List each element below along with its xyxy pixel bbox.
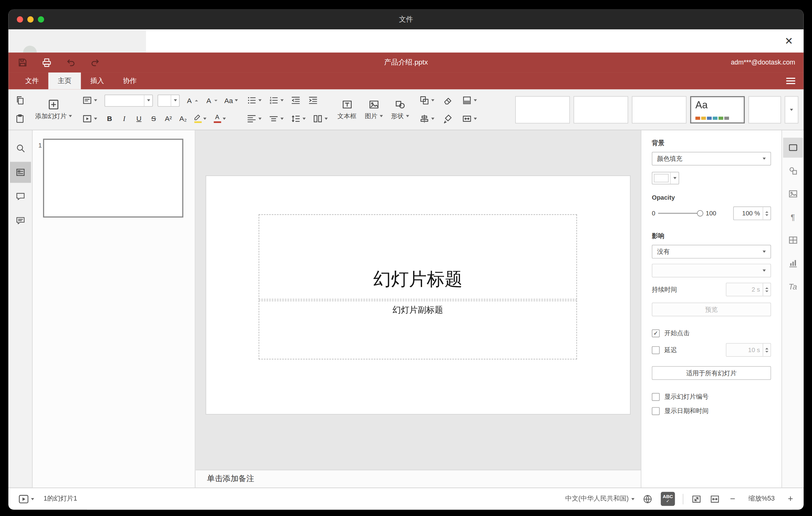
opacity-slider[interactable]: [658, 209, 703, 217]
font-name-select[interactable]: [105, 94, 153, 107]
slider-knob[interactable]: [697, 210, 703, 216]
slide-thumbnail[interactable]: [43, 139, 183, 217]
add-slide-button[interactable]: 添加幻灯片: [33, 91, 75, 127]
slide[interactable]: 幻灯片标题 幻灯片副标题: [206, 176, 630, 414]
view-settings-menu-icon[interactable]: [786, 78, 795, 84]
apply-to-all-slides-button[interactable]: 适用于所有幻灯片: [652, 366, 771, 380]
superscript-button[interactable]: A²: [163, 114, 173, 123]
minimize-window-button[interactable]: [27, 16, 34, 23]
start-on-click-row: ✓ 开始点击: [652, 329, 771, 338]
redo-button[interactable]: [89, 57, 100, 68]
text-art-settings-button[interactable]: Ta: [783, 276, 803, 296]
slide-size-button[interactable]: [460, 112, 477, 125]
table-settings-button[interactable]: [783, 230, 803, 250]
slide-title-placeholder[interactable]: 幻灯片标题: [259, 214, 577, 300]
undo-button[interactable]: [65, 57, 77, 68]
slide-settings-button[interactable]: [783, 138, 803, 158]
clear-style-button[interactable]: [441, 94, 454, 107]
spinner-up-icon[interactable]: [765, 211, 768, 212]
theme-thumbnail-selected[interactable]: Aa: [690, 96, 745, 123]
copy-button[interactable]: [13, 94, 26, 107]
align-shapes-button[interactable]: [418, 112, 435, 125]
start-slideshow-status-button[interactable]: [17, 492, 35, 506]
line-spacing-button[interactable]: [289, 112, 306, 125]
change-layout-button[interactable]: [81, 94, 98, 107]
spinner-down-icon[interactable]: [765, 214, 768, 216]
effect-option-select[interactable]: [652, 264, 771, 278]
underline-button[interactable]: U: [134, 114, 144, 123]
avatar: [23, 46, 37, 53]
chart-settings-button[interactable]: [783, 253, 803, 274]
numbered-list-button[interactable]: [267, 94, 285, 107]
paste-button[interactable]: [13, 112, 26, 125]
close-window-button[interactable]: [17, 16, 23, 23]
slides-panel-button[interactable]: [9, 162, 31, 183]
zoom-out-button[interactable]: −: [728, 494, 738, 503]
insert-columns-button[interactable]: [311, 112, 328, 125]
theme-thumbnail[interactable]: [515, 96, 570, 123]
copy-style-button[interactable]: [441, 112, 454, 125]
bold-button[interactable]: B: [105, 114, 114, 123]
italic-button[interactable]: I: [119, 114, 129, 123]
delay-label: 延迟: [665, 345, 677, 354]
theme-gallery-expand-button[interactable]: [785, 96, 798, 123]
arrange-shapes-button[interactable]: [418, 94, 435, 107]
comments-button[interactable]: [9, 186, 31, 207]
delay-checkbox[interactable]: [652, 346, 660, 354]
duration-spinner[interactable]: 2 s: [726, 283, 771, 296]
tab-collaboration[interactable]: 协作: [114, 73, 146, 89]
theme-thumbnail[interactable]: [749, 96, 781, 123]
slide-subtitle-placeholder[interactable]: 幻灯片副标题: [259, 300, 577, 360]
print-button[interactable]: [41, 57, 53, 68]
theme-thumbnail[interactable]: [574, 96, 628, 123]
preview-button[interactable]: 预览: [652, 303, 771, 316]
zoom-in-button[interactable]: +: [786, 494, 795, 503]
show-slide-number-checkbox[interactable]: [652, 393, 660, 401]
highlight-color-button[interactable]: [193, 113, 208, 124]
feedback-button[interactable]: [9, 210, 31, 231]
notes-area[interactable]: 单击添加备注: [195, 470, 641, 488]
fit-slide-button[interactable]: [691, 493, 701, 504]
increase-indent-button[interactable]: [306, 94, 319, 107]
insert-image-button[interactable]: 图片: [362, 91, 385, 127]
decrease-indent-button[interactable]: [289, 94, 302, 107]
tab-home[interactable]: 主页: [49, 73, 81, 89]
duration-value: 2 s: [727, 286, 763, 293]
insert-textbox-button[interactable]: 文本框: [335, 91, 359, 127]
strikethrough-button[interactable]: S: [149, 114, 158, 123]
decrement-font-size-button[interactable]: A: [204, 96, 219, 105]
zoom-window-button[interactable]: [38, 16, 44, 23]
delay-spinner[interactable]: 10 s: [726, 343, 771, 357]
font-size-select[interactable]: [158, 94, 180, 107]
shape-settings-button[interactable]: [783, 161, 803, 181]
editor-canvas: 幻灯片标题 幻灯片副标题 单击添加备注: [195, 130, 641, 488]
start-slideshow-button[interactable]: [81, 112, 98, 125]
insert-shape-button[interactable]: 形状: [388, 91, 411, 127]
language-select[interactable]: 中文(中华人民共和国): [565, 494, 634, 503]
background-color-picker[interactable]: [652, 172, 679, 184]
start-on-click-checkbox[interactable]: ✓: [652, 329, 660, 337]
effect-select[interactable]: 没有: [652, 245, 771, 258]
image-settings-button[interactable]: [783, 184, 803, 204]
theme-thumbnail[interactable]: [632, 96, 687, 123]
bullet-list-button[interactable]: [245, 94, 262, 107]
fit-width-button[interactable]: [709, 493, 720, 504]
show-date-time-checkbox[interactable]: [652, 407, 660, 415]
spell-check-toggle[interactable]: ABC ✓: [661, 492, 675, 506]
horizontal-align-button[interactable]: [245, 112, 262, 125]
vertical-align-button[interactable]: [267, 112, 285, 125]
change-case-button[interactable]: Aa: [223, 96, 239, 105]
background-fill-select[interactable]: 颜色填充: [652, 152, 771, 165]
opacity-spinner[interactable]: 100 %: [733, 206, 771, 220]
paragraph-settings-button[interactable]: ¶: [783, 207, 803, 227]
save-button[interactable]: [17, 57, 28, 68]
set-language-button[interactable]: [642, 493, 653, 504]
close-icon[interactable]: ✕: [785, 36, 793, 46]
slide-background-button[interactable]: [460, 94, 477, 107]
font-color-button[interactable]: A: [212, 113, 227, 124]
tab-insert[interactable]: 插入: [81, 73, 114, 89]
search-button[interactable]: [9, 138, 31, 159]
subscript-button[interactable]: A₂: [178, 114, 188, 123]
tab-file[interactable]: 文件: [16, 73, 49, 89]
increment-font-size-button[interactable]: A: [184, 96, 199, 105]
